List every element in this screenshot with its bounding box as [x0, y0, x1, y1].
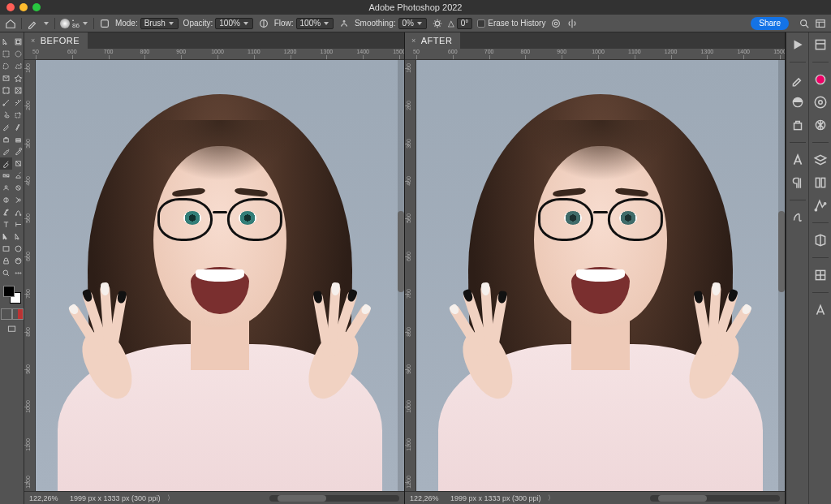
rotate-view-tool[interactable]: [12, 255, 24, 267]
foreground-color-swatch[interactable]: [3, 286, 15, 297]
flow-input[interactable]: 100%: [296, 18, 334, 29]
artboard-tool[interactable]: [12, 36, 24, 48]
pen-tool[interactable]: [0, 206, 12, 218]
canvas-before[interactable]: [36, 60, 404, 491]
angle-input[interactable]: 0°: [457, 18, 473, 29]
burn-tool[interactable]: [12, 194, 24, 206]
eyedropper-tool[interactable]: [0, 97, 12, 109]
move-tool[interactable]: [0, 36, 12, 48]
channels-panel-icon[interactable]: [813, 175, 828, 190]
gradient-tool[interactable]: [0, 170, 12, 182]
home-icon[interactable]: [5, 18, 16, 29]
character-panel-icon[interactable]: [790, 153, 805, 167]
close-tab-icon[interactable]: ×: [411, 37, 416, 45]
rectangle-tool[interactable]: [0, 243, 12, 255]
dodge-tool[interactable]: [0, 194, 12, 206]
tool-preset-picker[interactable]: [27, 18, 38, 29]
patch-tool[interactable]: [12, 109, 24, 121]
zoom-level[interactable]: 122,26%: [410, 494, 444, 502]
zoom-level[interactable]: 122,26%: [29, 494, 63, 502]
document-info[interactable]: 1999 px x 1333 px (300 ppi): [70, 494, 161, 502]
glyphs-panel-icon[interactable]: [790, 210, 805, 225]
ruler-tool[interactable]: [12, 97, 24, 109]
magic-wand-tool[interactable]: [12, 72, 24, 84]
history-brush-tool[interactable]: [0, 145, 12, 157]
libraries-panel-icon[interactable]: [813, 233, 828, 248]
play-action-icon[interactable]: [790, 37, 805, 52]
sharpen-tool[interactable]: [12, 182, 24, 194]
vertical-scrollbar[interactable]: [398, 60, 404, 491]
horizontal-scrollbar[interactable]: [650, 495, 780, 502]
elliptical-marquee-tool[interactable]: [12, 48, 24, 60]
search-icon[interactable]: [799, 18, 810, 29]
canvas-after[interactable]: [416, 60, 785, 491]
quick-mask-mode-button[interactable]: [12, 308, 24, 320]
vertical-type-tool[interactable]: [12, 218, 24, 230]
scrollbar-thumb[interactable]: [778, 211, 785, 292]
pressure-opacity-icon[interactable]: [258, 18, 269, 29]
mode-select[interactable]: Brush: [140, 18, 179, 29]
horizontal-scrollbar[interactable]: [269, 495, 399, 502]
document-tab-before[interactable]: × BEFORE: [24, 32, 88, 49]
opacity-input[interactable]: 100%: [215, 18, 252, 29]
crop-tool[interactable]: [0, 84, 12, 97]
edit-toolbar[interactable]: [12, 267, 24, 279]
zoom-tool[interactable]: [0, 267, 12, 279]
spot-healing-brush-tool[interactable]: [0, 109, 12, 121]
color-panel-icon[interactable]: [813, 72, 828, 87]
scrollbar-thumb[interactable]: [658, 495, 707, 502]
brush-preset-picker[interactable]: • 86: [60, 18, 88, 29]
scrollbar-thumb[interactable]: [398, 211, 404, 292]
horizontal-ruler[interactable]: 50600700800900100011001200130014001500: [405, 49, 785, 60]
vertical-ruler[interactable]: 100200300400500600700800900100011001200: [24, 60, 36, 491]
brush-settings-icon[interactable]: [99, 18, 110, 29]
foreground-background-colors[interactable]: [2, 284, 23, 305]
properties-panel-icon[interactable]: [813, 37, 828, 52]
hand-tool[interactable]: [0, 255, 12, 267]
maximize-window-button[interactable]: [32, 3, 41, 11]
object-selection-tool[interactable]: [0, 72, 12, 84]
background-eraser-tool[interactable]: [12, 157, 24, 170]
vertical-ruler[interactable]: 100200300400500600700800900100011001200: [405, 60, 416, 491]
clone-stamp-tool[interactable]: [0, 133, 12, 145]
adjustments-panel-icon[interactable]: [790, 95, 805, 110]
share-button[interactable]: Share: [751, 17, 789, 30]
airbrush-icon[interactable]: [338, 18, 350, 29]
polygonal-lasso-tool[interactable]: [12, 60, 24, 72]
close-tab-icon[interactable]: ×: [31, 37, 36, 45]
rectangular-marquee-tool[interactable]: [0, 48, 12, 60]
chevron-down-icon[interactable]: [82, 20, 88, 27]
paint-bucket-tool[interactable]: [12, 170, 24, 182]
paths-panel-icon[interactable]: [813, 198, 828, 213]
eraser-tool[interactable]: [0, 157, 12, 170]
close-window-button[interactable]: [6, 3, 15, 11]
frame-tool[interactable]: [12, 84, 24, 97]
vertical-scrollbar[interactable]: [778, 60, 785, 491]
layers-panel-icon[interactable]: [813, 153, 828, 167]
screen-mode-button[interactable]: [1, 323, 24, 335]
ellipse-tool[interactable]: [12, 243, 24, 255]
minimize-window-button[interactable]: [19, 3, 28, 11]
workspace-switcher-icon[interactable]: [815, 18, 826, 29]
freeform-pen-tool[interactable]: [12, 206, 24, 218]
clone-source-panel-icon[interactable]: [790, 118, 805, 132]
brushes-panel-icon[interactable]: [790, 72, 805, 87]
chevron-down-icon[interactable]: [43, 20, 50, 27]
status-menu-chevron[interactable]: 〉: [167, 493, 174, 502]
paragraph-panel-icon[interactable]: [790, 175, 805, 190]
pattern-stamp-tool[interactable]: [12, 133, 24, 145]
patterns-panel-icon[interactable]: [813, 268, 828, 282]
status-menu-chevron[interactable]: 〉: [548, 493, 554, 502]
scrollbar-thumb[interactable]: [278, 495, 326, 502]
erase-to-history-checkbox[interactable]: Erase to History: [477, 19, 545, 28]
smoothing-input[interactable]: 0%: [398, 18, 427, 29]
brush-tool[interactable]: [0, 121, 12, 133]
blur-tool[interactable]: [0, 182, 12, 194]
horizontal-ruler[interactable]: 50600700800900100011001200130014001500: [24, 49, 404, 60]
horizontal-type-tool[interactable]: [0, 218, 12, 230]
symmetry-icon[interactable]: [566, 18, 578, 29]
art-history-brush-tool[interactable]: [12, 145, 24, 157]
direct-selection-tool[interactable]: [12, 230, 24, 243]
document-info[interactable]: 1999 px x 1333 px (300 ppi): [450, 494, 541, 502]
gradients-panel-icon[interactable]: [813, 118, 828, 132]
